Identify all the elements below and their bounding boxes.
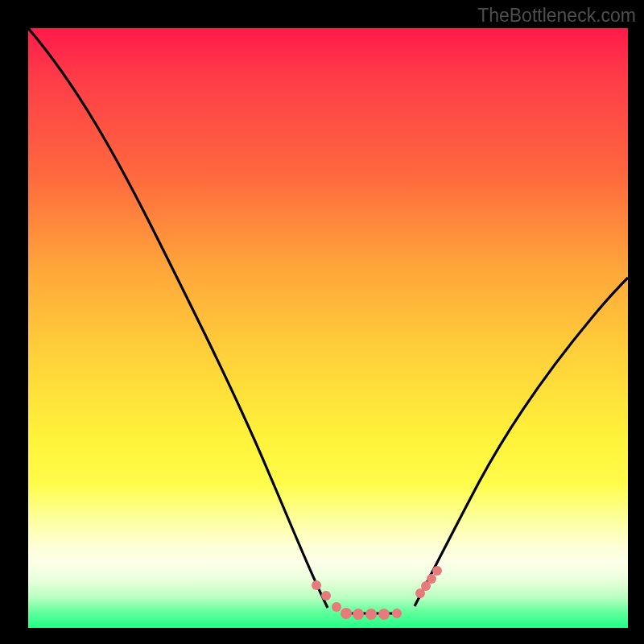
marker-dot bbox=[378, 609, 390, 620]
left-curve bbox=[28, 28, 328, 608]
marker-dot bbox=[353, 609, 364, 620]
marker-dot bbox=[365, 609, 377, 620]
chart-frame: TheBottleneck.com bbox=[0, 0, 644, 644]
marker-dot bbox=[332, 602, 341, 612]
right-curve bbox=[415, 278, 628, 606]
marker-dot bbox=[321, 591, 331, 601]
marker-dot bbox=[432, 566, 442, 576]
marker-dot bbox=[392, 609, 402, 618]
marker-dot bbox=[341, 608, 352, 619]
marker-dot bbox=[312, 580, 321, 590]
marker-dot bbox=[427, 574, 436, 584]
curve-layer bbox=[28, 28, 628, 628]
plot-area bbox=[28, 28, 628, 628]
marker-group bbox=[312, 566, 442, 620]
watermark-label: TheBottleneck.com bbox=[477, 5, 636, 27]
